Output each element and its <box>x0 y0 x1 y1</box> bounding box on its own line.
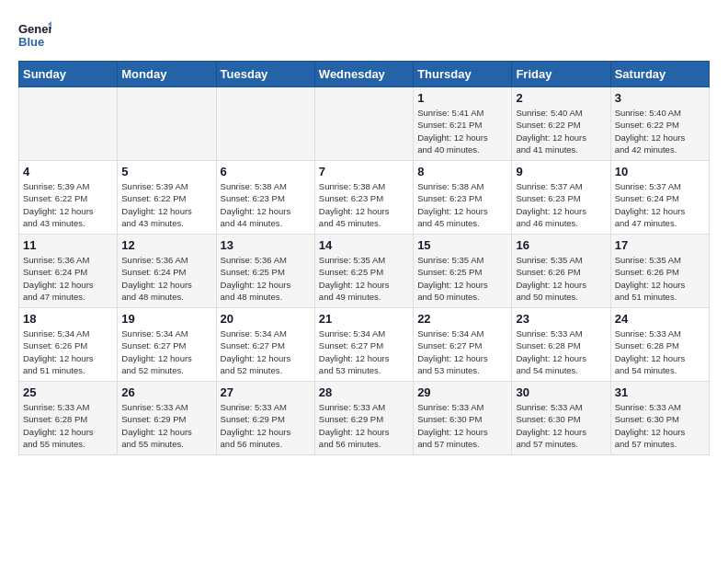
day-number: 21 <box>319 312 409 326</box>
calendar-cell: 9Sunrise: 5:37 AM Sunset: 6:23 PM Daylig… <box>512 161 610 235</box>
calendar-cell: 13Sunrise: 5:36 AM Sunset: 6:25 PM Dayli… <box>216 235 314 308</box>
day-info: Sunrise: 5:39 AM Sunset: 6:22 PM Dayligh… <box>121 180 211 229</box>
day-number: 4 <box>23 165 113 178</box>
day-info: Sunrise: 5:35 AM Sunset: 6:25 PM Dayligh… <box>417 254 507 303</box>
day-number: 9 <box>516 165 606 178</box>
day-number: 2 <box>516 91 606 105</box>
calendar-table: SundayMondayTuesdayWednesdayThursdayFrid… <box>18 61 710 455</box>
calendar-cell: 18Sunrise: 5:34 AM Sunset: 6:26 PM Dayli… <box>19 308 118 382</box>
calendar-cell: 23Sunrise: 5:33 AM Sunset: 6:28 PM Dayli… <box>512 308 610 382</box>
day-info: Sunrise: 5:37 AM Sunset: 6:23 PM Dayligh… <box>516 180 606 229</box>
weekday-header-sunday: Sunday <box>19 62 118 87</box>
calendar-cell: 27Sunrise: 5:33 AM Sunset: 6:29 PM Dayli… <box>216 382 314 455</box>
calendar-cell <box>19 87 118 161</box>
calendar-cell <box>314 87 413 161</box>
svg-text:Blue: Blue <box>18 35 44 49</box>
day-number: 29 <box>417 385 507 399</box>
calendar-cell: 3Sunrise: 5:40 AM Sunset: 6:22 PM Daylig… <box>610 87 709 161</box>
day-info: Sunrise: 5:36 AM Sunset: 6:24 PM Dayligh… <box>121 254 211 303</box>
calendar-cell: 31Sunrise: 5:33 AM Sunset: 6:30 PM Dayli… <box>610 382 709 455</box>
weekday-header-tuesday: Tuesday <box>216 62 314 87</box>
calendar-week-row: 25Sunrise: 5:33 AM Sunset: 6:28 PM Dayli… <box>19 382 710 455</box>
calendar-cell: 1Sunrise: 5:41 AM Sunset: 6:21 PM Daylig… <box>414 87 512 161</box>
day-info: Sunrise: 5:34 AM Sunset: 6:27 PM Dayligh… <box>121 327 211 376</box>
day-info: Sunrise: 5:34 AM Sunset: 6:26 PM Dayligh… <box>23 327 113 376</box>
day-info: Sunrise: 5:33 AM Sunset: 6:30 PM Dayligh… <box>615 401 705 450</box>
calendar-cell: 14Sunrise: 5:35 AM Sunset: 6:25 PM Dayli… <box>314 235 413 308</box>
calendar-week-row: 11Sunrise: 5:36 AM Sunset: 6:24 PM Dayli… <box>19 235 710 308</box>
day-number: 28 <box>319 385 409 399</box>
day-info: Sunrise: 5:39 AM Sunset: 6:22 PM Dayligh… <box>23 180 113 229</box>
day-number: 31 <box>615 385 705 399</box>
day-number: 7 <box>319 165 409 178</box>
day-info: Sunrise: 5:33 AM Sunset: 6:29 PM Dayligh… <box>221 401 311 450</box>
day-number: 16 <box>516 238 606 252</box>
day-number: 11 <box>23 238 113 252</box>
calendar-cell <box>118 87 216 161</box>
calendar-cell: 20Sunrise: 5:34 AM Sunset: 6:27 PM Dayli… <box>216 308 314 382</box>
day-info: Sunrise: 5:33 AM Sunset: 6:28 PM Dayligh… <box>615 327 705 376</box>
day-info: Sunrise: 5:35 AM Sunset: 6:25 PM Dayligh… <box>319 254 409 303</box>
weekday-header-saturday: Saturday <box>610 62 709 87</box>
svg-text:General: General <box>18 22 51 36</box>
day-info: Sunrise: 5:34 AM Sunset: 6:27 PM Dayligh… <box>319 327 409 376</box>
calendar-cell: 21Sunrise: 5:34 AM Sunset: 6:27 PM Dayli… <box>314 308 413 382</box>
day-number: 10 <box>615 165 705 178</box>
day-number: 25 <box>23 385 113 399</box>
day-info: Sunrise: 5:37 AM Sunset: 6:24 PM Dayligh… <box>615 180 705 229</box>
day-info: Sunrise: 5:33 AM Sunset: 6:30 PM Dayligh… <box>516 401 606 450</box>
calendar-cell: 22Sunrise: 5:34 AM Sunset: 6:27 PM Dayli… <box>414 308 512 382</box>
day-number: 27 <box>221 385 311 399</box>
day-number: 5 <box>121 165 211 178</box>
calendar-cell: 17Sunrise: 5:35 AM Sunset: 6:26 PM Dayli… <box>610 235 709 308</box>
calendar-cell: 16Sunrise: 5:35 AM Sunset: 6:26 PM Dayli… <box>512 235 610 308</box>
day-number: 15 <box>417 238 507 252</box>
weekday-header-monday: Monday <box>118 62 216 87</box>
day-number: 23 <box>516 312 606 326</box>
day-number: 30 <box>516 385 606 399</box>
day-info: Sunrise: 5:35 AM Sunset: 6:26 PM Dayligh… <box>516 254 606 303</box>
calendar-cell: 28Sunrise: 5:33 AM Sunset: 6:29 PM Dayli… <box>314 382 413 455</box>
day-number: 19 <box>121 312 211 326</box>
day-number: 13 <box>221 238 311 252</box>
day-number: 22 <box>417 312 507 326</box>
calendar-cell: 12Sunrise: 5:36 AM Sunset: 6:24 PM Dayli… <box>118 235 216 308</box>
calendar-cell: 15Sunrise: 5:35 AM Sunset: 6:25 PM Dayli… <box>414 235 512 308</box>
calendar-week-row: 18Sunrise: 5:34 AM Sunset: 6:26 PM Dayli… <box>19 308 710 382</box>
calendar-cell: 4Sunrise: 5:39 AM Sunset: 6:22 PM Daylig… <box>19 161 118 235</box>
calendar-cell: 11Sunrise: 5:36 AM Sunset: 6:24 PM Dayli… <box>19 235 118 308</box>
calendar-cell: 30Sunrise: 5:33 AM Sunset: 6:30 PM Dayli… <box>512 382 610 455</box>
day-info: Sunrise: 5:35 AM Sunset: 6:26 PM Dayligh… <box>615 254 705 303</box>
calendar-week-row: 4Sunrise: 5:39 AM Sunset: 6:22 PM Daylig… <box>19 161 710 235</box>
day-number: 1 <box>417 91 507 105</box>
calendar-cell: 26Sunrise: 5:33 AM Sunset: 6:29 PM Dayli… <box>118 382 216 455</box>
weekday-header-friday: Friday <box>512 62 610 87</box>
day-number: 17 <box>615 238 705 252</box>
day-info: Sunrise: 5:40 AM Sunset: 6:22 PM Dayligh… <box>516 107 606 155</box>
logo-container: General Blue <box>18 18 51 52</box>
day-number: 12 <box>121 238 211 252</box>
calendar-cell: 25Sunrise: 5:33 AM Sunset: 6:28 PM Dayli… <box>19 382 118 455</box>
calendar-cell <box>216 87 314 161</box>
day-number: 14 <box>319 238 409 252</box>
weekday-header-wednesday: Wednesday <box>314 62 413 87</box>
weekday-header-thursday: Thursday <box>414 62 512 87</box>
logo-svg: General Blue <box>18 18 51 52</box>
day-info: Sunrise: 5:38 AM Sunset: 6:23 PM Dayligh… <box>417 180 507 229</box>
day-number: 20 <box>221 312 311 326</box>
calendar-cell: 5Sunrise: 5:39 AM Sunset: 6:22 PM Daylig… <box>118 161 216 235</box>
day-number: 24 <box>615 312 705 326</box>
day-info: Sunrise: 5:40 AM Sunset: 6:22 PM Dayligh… <box>615 107 705 155</box>
day-info: Sunrise: 5:34 AM Sunset: 6:27 PM Dayligh… <box>417 327 507 376</box>
day-info: Sunrise: 5:34 AM Sunset: 6:27 PM Dayligh… <box>221 327 311 376</box>
day-info: Sunrise: 5:38 AM Sunset: 6:23 PM Dayligh… <box>221 180 311 229</box>
day-number: 3 <box>615 91 705 105</box>
day-info: Sunrise: 5:36 AM Sunset: 6:25 PM Dayligh… <box>221 254 311 303</box>
calendar-cell: 8Sunrise: 5:38 AM Sunset: 6:23 PM Daylig… <box>414 161 512 235</box>
calendar-cell: 10Sunrise: 5:37 AM Sunset: 6:24 PM Dayli… <box>610 161 709 235</box>
calendar-cell: 19Sunrise: 5:34 AM Sunset: 6:27 PM Dayli… <box>118 308 216 382</box>
day-info: Sunrise: 5:33 AM Sunset: 6:28 PM Dayligh… <box>23 401 113 450</box>
day-info: Sunrise: 5:33 AM Sunset: 6:30 PM Dayligh… <box>417 401 507 450</box>
calendar-cell: 7Sunrise: 5:38 AM Sunset: 6:23 PM Daylig… <box>314 161 413 235</box>
day-info: Sunrise: 5:38 AM Sunset: 6:23 PM Dayligh… <box>319 180 409 229</box>
